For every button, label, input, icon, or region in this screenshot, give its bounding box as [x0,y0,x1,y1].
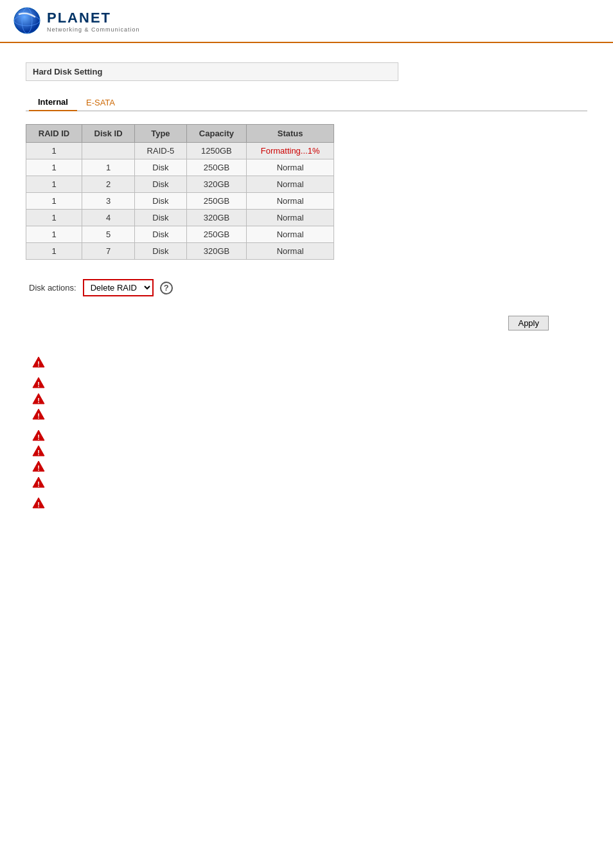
cell-status: Normal [247,243,334,260]
cell-status: Normal [247,159,334,176]
cell-disk-id: 3 [82,193,135,210]
section-title: Hard Disk Setting [33,67,102,77]
cell-raid-id: 1 [26,193,82,210]
warning-icon: ! [32,393,587,408]
table-row: 1 4 Disk 320GB Normal [26,210,334,226]
cell-type: Disk [135,159,187,176]
table-row: 1 RAID-5 1250GB Formatting...1% [26,143,334,159]
cell-raid-id: 1 [26,159,82,176]
cell-capacity: 320GB [186,176,247,193]
cell-status: Normal [247,176,334,193]
cell-disk-id: 7 [82,243,135,260]
cell-type: Disk [135,193,187,210]
warning-group-1: !!! [32,377,587,424]
section-box: Hard Disk Setting [26,62,398,81]
warning-group-3: ! [32,497,587,512]
cell-raid-id: 1 [26,243,82,260]
warning-icon: ! [32,497,587,512]
logo-sub-label: Networking & Communication [47,26,140,33]
tabs-row: Internal E-SATA [26,94,587,111]
logo-area: PLANET Networking & Communication [13,6,140,35]
cell-capacity: 250GB [186,226,247,243]
svg-point-0 [14,8,40,33]
col-raid-id: RAID ID [26,125,82,143]
warning-icon: ! [32,476,587,492]
cell-raid-id: 1 [26,143,82,159]
disk-table: RAID ID Disk ID Type Capacity Status 1 R… [26,124,334,260]
disk-actions-row: Disk actions: Delete RAIDCreate RAIDForm… [26,279,587,296]
svg-text:!: ! [37,396,40,404]
table-row: 1 7 Disk 320GB Normal [26,243,334,260]
svg-text:!: ! [37,381,40,388]
cell-type: Disk [135,226,187,243]
warning-group-2: !!!! [32,429,587,493]
cell-disk-id: 1 [82,159,135,176]
col-capacity: Capacity [186,125,247,143]
logo-globe-icon [13,6,42,35]
col-disk-id: Disk ID [82,125,135,143]
table-row: 1 5 Disk 250GB Normal [26,226,334,243]
cell-status: Normal [247,226,334,243]
cell-capacity: 320GB [186,243,247,260]
logo-planet-label: PLANET [47,10,140,26]
cell-disk-id: 5 [82,226,135,243]
cell-disk-id: 2 [82,176,135,193]
cell-type: RAID-5 [135,143,187,159]
cell-type: Disk [135,210,187,226]
cell-raid-id: 1 [26,210,82,226]
logo-text: PLANET Networking & Communication [47,10,140,33]
svg-text:!: ! [37,433,40,440]
cell-disk-id: 4 [82,210,135,226]
svg-text:!: ! [37,501,40,509]
cell-raid-id: 1 [26,176,82,193]
svg-text:!: ! [37,448,40,456]
disk-actions-label: Disk actions: [29,283,76,293]
col-type: Type [135,125,187,143]
svg-text:!: ! [37,360,40,368]
col-status: Status [247,125,334,143]
table-row: 1 1 Disk 250GB Normal [26,159,334,176]
cell-status: Normal [247,193,334,210]
table-row: 1 2 Disk 320GB Normal [26,176,334,193]
tab-internal[interactable]: Internal [29,94,77,111]
apply-button[interactable]: Apply [508,316,549,330]
svg-text:!: ! [37,464,40,472]
cell-capacity: 320GB [186,210,247,226]
warning-icon: ! [32,460,587,476]
warning-icon: ! [32,408,587,424]
cell-capacity: 250GB [186,193,247,210]
warning-group-0: ! [32,356,587,372]
header: PLANET Networking & Communication [0,0,613,43]
warnings-area: !!!!!!!!! [26,356,587,518]
cell-type: Disk [135,243,187,260]
cell-capacity: 250GB [186,159,247,176]
cell-capacity: 1250GB [186,143,247,159]
warning-icon: ! [32,429,587,445]
table-row: 1 3 Disk 250GB Normal [26,193,334,210]
svg-text:!: ! [37,412,40,420]
cell-raid-id: 1 [26,226,82,243]
warning-icon: ! [32,356,587,372]
table-header-row: RAID ID Disk ID Type Capacity Status [26,125,334,143]
cell-type: Disk [135,176,187,193]
apply-row: Apply [26,316,587,330]
warning-icon: ! [32,445,587,460]
main-content: Hard Disk Setting Internal E-SATA RAID I… [0,43,613,538]
help-icon[interactable]: ? [160,282,173,294]
cell-status: Normal [247,210,334,226]
disk-actions-select[interactable]: Delete RAIDCreate RAIDFormat Disk [83,279,154,296]
warning-icon: ! [32,377,587,392]
svg-text:!: ! [37,480,40,487]
cell-status: Formatting...1% [247,143,334,159]
tab-esata[interactable]: E-SATA [77,95,124,111]
cell-disk-id [82,143,135,159]
